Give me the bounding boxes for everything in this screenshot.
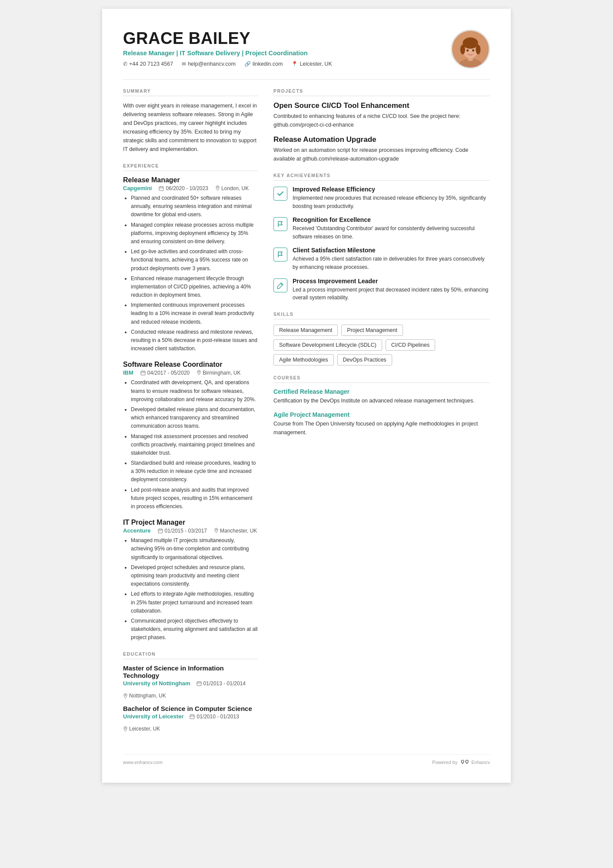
powered-by-label: Powered by <box>432 760 457 765</box>
skill-tag-3: CI/CD Pipelines <box>386 339 435 351</box>
job-item-2: Software Release Coordinator IBM 04/2017… <box>123 361 258 511</box>
candidate-title: Release Manager | IT Software Delivery |… <box>123 50 332 57</box>
phone-contact: ✆ +44 20 7123 4567 <box>123 61 173 67</box>
project-title-2: Release Automation Upgrade <box>273 135 490 144</box>
edu-dates-2: 01/2010 - 01/2013 <box>190 714 239 720</box>
resume-header: GRACE BAILEY Release Manager | IT Softwa… <box>123 30 490 69</box>
bullets-2: Coordinated with development, QA, and op… <box>123 379 258 511</box>
svg-point-14 <box>217 187 218 188</box>
bullet-item: Planned and coordinated 50+ software rel… <box>131 194 258 219</box>
link-icon: 🔗 <box>244 61 251 67</box>
pin-icon <box>214 528 219 533</box>
edu-item-2: Bachelor of Science in Computer Science … <box>123 705 258 732</box>
achievement-content-1: Improved Release Efficiency Implemented … <box>293 186 490 210</box>
achievements-section: KEY ACHIEVEMENTS Improved Release Effici… <box>273 173 490 302</box>
achievement-content-4: Process Improvement Leader Led a process… <box>293 278 490 302</box>
location-2: Birmingham, UK <box>197 370 240 376</box>
edu-meta-1: University of Nottingham 01/2013 - 01/20… <box>123 680 258 699</box>
pin-icon <box>197 370 201 375</box>
edu-item-1: Master of Science in Information Technol… <box>123 664 258 699</box>
bullets-3: Managed multiple IT projects simultaneou… <box>123 536 258 642</box>
svg-point-29 <box>125 694 126 696</box>
achievement-item-1: Improved Release Efficiency Implemented … <box>273 186 490 210</box>
bullet-item: Managed multiple IT projects simultaneou… <box>131 536 258 562</box>
job-item-1: Release Manager Capgemini 06/2020 - 10/2… <box>123 176 258 353</box>
svg-point-34 <box>125 727 126 729</box>
summary-text: With over eight years in release managem… <box>123 101 258 154</box>
svg-rect-15 <box>141 371 145 375</box>
left-column: SUMMARY With over eight years in release… <box>123 88 258 741</box>
bullet-item: Implemented continuous improvement proce… <box>131 301 258 326</box>
courses-section: COURSES Certified Release Manager Certif… <box>273 375 490 437</box>
flag-icon-2 <box>277 251 284 258</box>
dates-3: 01/2015 - 03/2017 <box>158 528 207 534</box>
bullet-item: Managed risk assessment processes and re… <box>131 432 258 458</box>
course-title-1: Certified Release Manager <box>273 388 490 395</box>
header-info: GRACE BAILEY Release Manager | IT Softwa… <box>123 30 332 67</box>
degree-1: Master of Science in Information Technol… <box>123 664 258 679</box>
location-3: Manchester, UK <box>214 528 257 534</box>
achievement-icon-3 <box>273 248 287 261</box>
achievements-label: KEY ACHIEVEMENTS <box>273 173 490 181</box>
job-item-3: IT Project Manager Accenture 01/2015 - 0… <box>123 519 258 642</box>
phone-value: +44 20 7123 4567 <box>129 61 173 67</box>
school-1: University of Nottingham <box>123 680 190 687</box>
achievement-icon-2 <box>273 217 287 231</box>
location-icon: 📍 <box>291 61 298 67</box>
courses-label: COURSES <box>273 375 490 383</box>
bullet-item: Communicated project objectives effectiv… <box>131 617 258 642</box>
linkedin-contact: 🔗 linkedin.com <box>244 61 283 67</box>
calendar-icon <box>140 370 146 375</box>
project-item-1: Open Source CI/CD Tool Enhancement Contr… <box>273 101 490 129</box>
dates-2: 04/2017 - 05/2020 <box>140 370 190 376</box>
email-contact: ✉ help@enhancv.com <box>182 61 236 67</box>
skill-tag-2: Software Development Lifecycle (SDLC) <box>273 339 382 351</box>
course-item-1: Certified Release Manager Certification … <box>273 388 490 405</box>
calendar-icon <box>190 714 195 719</box>
bullet-item: Led efforts to integrate Agile methodolo… <box>131 590 258 615</box>
heart-icon <box>460 759 470 765</box>
company-2: IBM <box>123 369 133 376</box>
dates-1: 06/2020 - 10/2023 <box>159 185 208 191</box>
summary-section: SUMMARY With over eight years in release… <box>123 88 258 154</box>
page-footer: www.enhancv.com Powered by Enhancv <box>123 754 490 765</box>
summary-label: SUMMARY <box>123 88 258 96</box>
main-content: SUMMARY With over eight years in release… <box>123 88 490 741</box>
job-title-2: Software Release Coordinator <box>123 361 258 369</box>
svg-point-5 <box>463 37 478 49</box>
achievement-title-2: Recognition for Excellence <box>293 216 490 223</box>
footer-brand: Powered by Enhancv <box>432 759 490 765</box>
skill-tag-5: DevOps Practices <box>337 354 392 365</box>
svg-rect-10 <box>159 187 163 191</box>
achievement-icon-4 <box>273 278 287 292</box>
education-label: EDUCATION <box>123 651 258 659</box>
bullet-item: Developed project schedules and resource… <box>131 563 258 589</box>
achievement-title-4: Process Improvement Leader <box>293 278 490 285</box>
pin-icon <box>123 726 128 732</box>
location-1: London, UK <box>215 185 249 191</box>
resume-page: GRACE BAILEY Release Manager | IT Softwa… <box>102 9 511 783</box>
enhancv-logo: Enhancv <box>460 759 490 765</box>
projects-label: PROJECTS <box>273 88 490 96</box>
project-desc-1: Contributed to enhancing features of a n… <box>273 112 490 129</box>
achievement-icon-1 <box>273 187 287 201</box>
right-column: PROJECTS Open Source CI/CD Tool Enhancem… <box>273 88 490 741</box>
flag-icon <box>277 221 284 228</box>
bullet-item: Enhanced release management lifecycle th… <box>131 275 258 300</box>
bullet-item: Conducted release readiness and mileston… <box>131 328 258 353</box>
project-title-1: Open Source CI/CD Tool Enhancement <box>273 101 490 110</box>
achievement-desc-4: Led a process improvement project that d… <box>293 286 490 302</box>
pin-icon <box>215 185 220 191</box>
footer-website: www.enhancv.com <box>123 760 163 765</box>
email-icon: ✉ <box>182 61 186 67</box>
svg-point-6 <box>460 45 465 54</box>
course-title-2: Agile Project Management <box>273 411 490 418</box>
achievement-desc-1: Implemented new procedures that increase… <box>293 194 490 210</box>
school-2: University of Leicester <box>123 713 183 720</box>
bullet-item: Standardised build and release procedure… <box>131 459 258 484</box>
bullet-item: Led post-release analysis and audits tha… <box>131 486 258 511</box>
svg-rect-25 <box>197 682 201 686</box>
edu-location-2: Leicester, UK <box>123 726 160 732</box>
achievement-title-1: Improved Release Efficiency <box>293 186 490 193</box>
calendar-icon <box>197 681 202 686</box>
